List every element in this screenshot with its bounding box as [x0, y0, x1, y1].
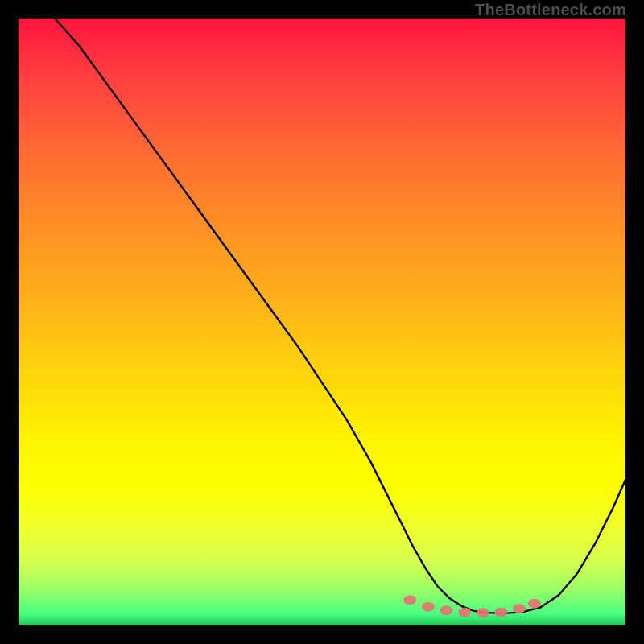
curve-line [55, 19, 625, 613]
optimal-range-markers [403, 595, 541, 617]
marker-dot [528, 599, 541, 609]
marker-dot [440, 605, 453, 615]
plot-area [19, 19, 625, 625]
bottleneck-curve [55, 19, 625, 613]
chart-svg [19, 19, 625, 625]
marker-dot [458, 607, 471, 617]
marker-dot [422, 602, 435, 612]
marker-dot [403, 595, 416, 605]
watermark-text: TheBottleneck.com [475, 1, 626, 19]
marker-dot [494, 607, 507, 617]
marker-dot [513, 604, 526, 613]
chart-frame: TheBottleneck.com [0, 0, 644, 644]
marker-dot [477, 608, 489, 617]
